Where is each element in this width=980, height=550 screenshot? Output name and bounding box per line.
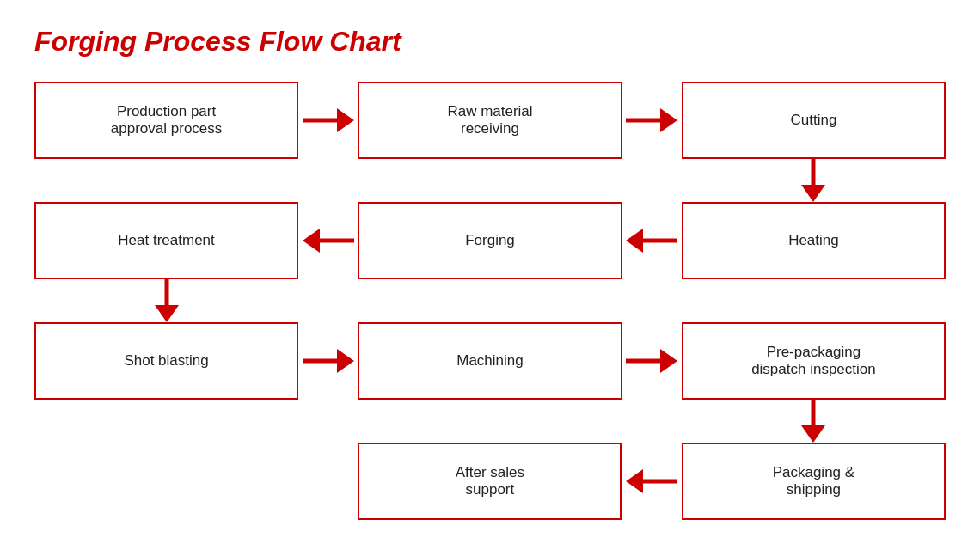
- box-shot-blasting: Shot blasting: [34, 322, 298, 400]
- spacer-2: [34, 279, 946, 322]
- box-machining: Machining: [358, 322, 622, 400]
- empty-2: [358, 159, 622, 202]
- down-arrow-prepack: [682, 400, 946, 443]
- row-4: After sales support Packaging & shipping: [34, 443, 946, 520]
- box-after-sales: After sales support: [358, 443, 622, 520]
- down-arrow-heat: [34, 279, 298, 322]
- empty-1: [34, 159, 298, 202]
- row-2: Heat treatment Forging Heating: [34, 202, 946, 279]
- box-heat-treatment: Heat treatment: [34, 202, 298, 279]
- empty-4: [682, 279, 946, 322]
- box-raw-material: Raw material receiving: [358, 82, 622, 159]
- empty-6: [358, 400, 622, 443]
- box-production-part: Production part approval process: [34, 82, 298, 159]
- box-pre-packaging: Pre-packaging dispatch inspection: [682, 322, 946, 400]
- row-1: Production part approval process Raw mat…: [34, 82, 946, 159]
- empty-3: [358, 279, 622, 322]
- down-arrow-cutting: [682, 159, 946, 202]
- page: Forging Process Flow Chart Production pa…: [0, 0, 980, 546]
- box-heating: Heating: [682, 202, 946, 279]
- spacer-1: [34, 159, 946, 202]
- box-packaging: Packaging & shipping: [682, 443, 946, 520]
- empty-5: [34, 400, 298, 443]
- row-3: Shot blasting Machining Pre-packaging di…: [34, 322, 946, 400]
- spacer-3: [34, 400, 946, 443]
- page-title: Forging Process Flow Chart: [34, 26, 946, 58]
- box-forging: Forging: [358, 202, 622, 279]
- empty-7: [34, 443, 298, 520]
- box-cutting: Cutting: [682, 82, 946, 159]
